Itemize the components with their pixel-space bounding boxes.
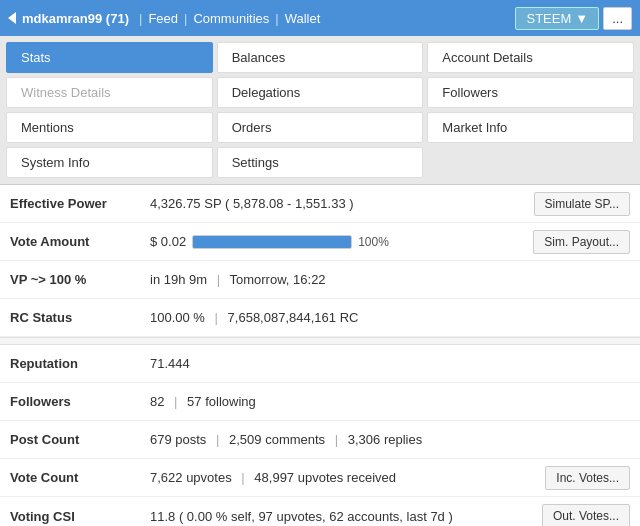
effective-power-row: Effective Power 4,326.75 SP ( 5,878.08 -… [0, 185, 640, 223]
comments-count: 2,509 comments [229, 432, 325, 447]
post-count-label: Post Count [10, 432, 150, 447]
voting-csi-row: Voting CSI 11.8 ( 0.00 % self, 97 upvote… [0, 497, 640, 526]
vp-pipe: | [217, 272, 220, 287]
vote-amount-row: Vote Amount $ 0.02 100% Sim. Payout... [0, 223, 640, 261]
topbar-right: STEEM ▼ ... [515, 7, 632, 30]
voting-csi-label: Voting CSI [10, 509, 150, 524]
vote-amount-label: Vote Amount [10, 234, 150, 249]
vote-progress-bar[interactable] [192, 235, 352, 249]
sep2: | [184, 11, 187, 26]
followers-count: 82 [150, 394, 164, 409]
menu-item-stats[interactable]: Stats [6, 42, 213, 73]
vote-dollar-value: $ 0.02 [150, 234, 186, 249]
reputation-row: Reputation 71.444 [0, 345, 640, 383]
steem-dropdown-icon: ▼ [575, 11, 588, 26]
post-pipe2: | [335, 432, 338, 447]
menu-item-system-info[interactable]: System Info [6, 147, 213, 178]
simulate-sp-action: Simulate SP... [534, 192, 630, 216]
vp-value: in 19h 9m | Tomorrow, 16:22 [150, 272, 630, 287]
menu-item-orders[interactable]: Orders [217, 112, 424, 143]
user-level: 71 [110, 11, 124, 26]
effective-power-value: 4,326.75 SP ( 5,878.08 - 1,551.33 ) [150, 196, 534, 211]
menu-item-delegations[interactable]: Delegations [217, 77, 424, 108]
more-options-button[interactable]: ... [603, 7, 632, 30]
post-count-row: Post Count 679 posts | 2,509 comments | … [0, 421, 640, 459]
menu-item-witness-details: Witness Details [6, 77, 213, 108]
vote-pct-label: 100% [358, 235, 389, 249]
vp-label: VP ~> 100 % [10, 272, 150, 287]
menu-empty-cell [427, 147, 634, 178]
vote-count-label: Vote Count [10, 470, 150, 485]
menu-item-settings[interactable]: Settings [217, 147, 424, 178]
upvotes-given: 7,622 upvotes [150, 470, 232, 485]
rc-pipe: | [215, 310, 218, 325]
sim-payout-action: Sim. Payout... [533, 230, 630, 254]
nav-wallet[interactable]: Wallet [285, 11, 321, 26]
steem-button[interactable]: STEEM ▼ [515, 7, 599, 30]
menu-grid: Stats Balances Account Details Witness D… [0, 36, 640, 185]
inc-votes-action: Inc. Votes... [545, 466, 630, 490]
out-votes-button[interactable]: Out. Votes... [542, 504, 630, 526]
inc-votes-button[interactable]: Inc. Votes... [545, 466, 630, 490]
nav-feed[interactable]: Feed [148, 11, 178, 26]
post-count-value: 679 posts | 2,509 comments | 3,306 repli… [150, 432, 630, 447]
rc-status-row: RC Status 100.00 % | 7,658,087,844,161 R… [0, 299, 640, 337]
vp-row: VP ~> 100 % in 19h 9m | Tomorrow, 16:22 [0, 261, 640, 299]
rc-amount: 7,658,087,844,161 RC [228, 310, 359, 325]
username-text: mdkamran99 [22, 11, 102, 26]
following-count: 57 following [187, 394, 256, 409]
menu-item-mentions[interactable]: Mentions [6, 112, 213, 143]
vp-time2: Tomorrow, 16:22 [230, 272, 326, 287]
followers-value: 82 | 57 following [150, 394, 630, 409]
menu-item-market-info[interactable]: Market Info [427, 112, 634, 143]
out-votes-action: Out. Votes... [542, 504, 630, 526]
posts-count: 679 posts [150, 432, 206, 447]
vote-bar-fill [193, 236, 351, 248]
sim-payout-button[interactable]: Sim. Payout... [533, 230, 630, 254]
reputation-label: Reputation [10, 356, 150, 371]
sep1: | [139, 11, 142, 26]
rc-status-label: RC Status [10, 310, 150, 325]
vote-count-value: 7,622 upvotes | 48,997 upvotes received [150, 470, 545, 485]
menu-item-account-details[interactable]: Account Details [427, 42, 634, 73]
rc-status-value: 100.00 % | 7,658,087,844,161 RC [150, 310, 630, 325]
section-divider-1 [0, 337, 640, 345]
vote-bar-container: $ 0.02 100% [150, 234, 533, 249]
menu-item-balances[interactable]: Balances [217, 42, 424, 73]
followers-label: Followers [10, 394, 150, 409]
effective-power-label: Effective Power [10, 196, 150, 211]
menu-item-followers[interactable]: Followers [427, 77, 634, 108]
vp-time: in 19h 9m [150, 272, 207, 287]
vote-amount-value: $ 0.02 100% [150, 234, 533, 249]
dropdown-triangle-icon[interactable] [8, 12, 16, 24]
sep3: | [275, 11, 278, 26]
replies-count: 3,306 replies [348, 432, 422, 447]
simulate-sp-button[interactable]: Simulate SP... [534, 192, 630, 216]
voting-csi-value: 11.8 ( 0.00 % self, 97 upvotes, 62 accou… [150, 509, 542, 524]
followers-pipe: | [174, 394, 177, 409]
nav-communities[interactable]: Communities [193, 11, 269, 26]
reputation-value: 71.444 [150, 356, 630, 371]
vote-count-pipe: | [241, 470, 244, 485]
vote-count-row: Vote Count 7,622 upvotes | 48,997 upvote… [0, 459, 640, 497]
upvotes-received: 48,997 upvotes received [254, 470, 396, 485]
stats-panel: Effective Power 4,326.75 SP ( 5,878.08 -… [0, 185, 640, 526]
topbar: mdkamran99 (71) | Feed | Communities | W… [0, 0, 640, 36]
rc-pct: 100.00 % [150, 310, 205, 325]
post-pipe1: | [216, 432, 219, 447]
followers-row: Followers 82 | 57 following [0, 383, 640, 421]
steem-label: STEEM [526, 11, 571, 26]
username-label[interactable]: mdkamran99 (71) [22, 11, 129, 26]
